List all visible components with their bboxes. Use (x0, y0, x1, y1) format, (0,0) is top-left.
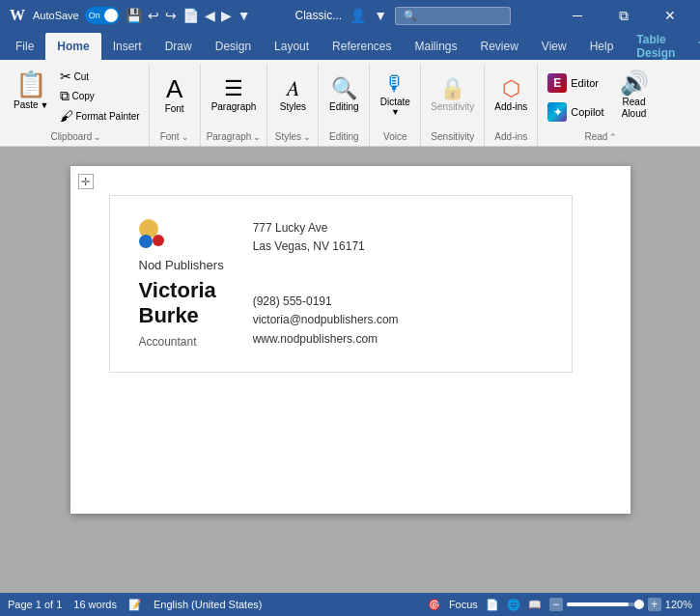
ribbon-group-read: E Editor ✦ Copilot 🔊 ReadAloud Read ⌃ (538, 64, 663, 146)
tab-table-design[interactable]: Table Design (625, 33, 686, 60)
tab-references[interactable]: References (321, 33, 403, 60)
read-aloud-label: ReadAloud (622, 97, 647, 120)
ribbon-tabs: File Home Insert Draw Design Layout Refe… (0, 31, 700, 60)
website: www.nodpublishers.com (253, 330, 399, 349)
minimize-button[interactable]: ─ (555, 0, 600, 31)
styles-expand-icon[interactable]: ⌄ (303, 132, 311, 142)
editing-button[interactable]: 🔍 Editing (324, 68, 363, 122)
paragraph-icon: ☰ (224, 78, 243, 99)
paste-button[interactable]: 📋 Paste ▼ (10, 68, 53, 112)
clipboard-label: Clipboard ⌄ (50, 131, 101, 146)
back-icon[interactable]: ◀ (205, 8, 215, 23)
tab-layout[interactable]: Layout (263, 33, 321, 60)
ribbon-group-font: A Font Font ⌄ (150, 64, 201, 146)
copy-icon: ⧉ (60, 88, 70, 104)
undo-icon[interactable]: ↩ (148, 8, 159, 23)
font-group-label: Font ⌄ (160, 131, 189, 146)
title-bar: W AutoSave On 💾 ↩ ↪ 📄 ◀ ▶ ▼ Classic... 👤… (0, 0, 700, 31)
font-expand-icon[interactable]: ⌄ (182, 132, 189, 142)
address-line2: Las Vegas, NV 16171 (253, 238, 399, 256)
zoom-plus-button[interactable]: + (648, 598, 661, 611)
read-aloud-button[interactable]: 🔊 ReadAloud (610, 68, 658, 122)
font-label: Font (165, 103, 184, 114)
read-aloud-icon: 🔊 (620, 70, 649, 97)
more-icon[interactable]: ▼ (238, 8, 251, 23)
addins-button[interactable]: ⬡ Add-ins (490, 68, 531, 122)
ribbon-group-sensitivity: 🔒 Sensitivity Sensitivity (421, 64, 485, 146)
sensitivity-group-label: Sensitivity (431, 131, 474, 146)
tab-file[interactable]: File (4, 33, 45, 60)
read-group-label: Read ⌃ (584, 131, 617, 146)
logo-red (153, 235, 164, 246)
addins-icon: ⬡ (502, 78, 520, 99)
tab-review[interactable]: Review (469, 33, 530, 60)
focus-label: Focus (449, 599, 478, 610)
view-print-icon[interactable]: 📄 (486, 599, 499, 611)
doc-title: Classic... (295, 9, 343, 22)
copilot-icon: ✦ (547, 102, 567, 122)
close-button[interactable]: ✕ (648, 0, 692, 31)
styles-group-label: Styles ⌄ (275, 131, 311, 146)
font-button[interactable]: A Font (155, 68, 194, 122)
paragraph-button[interactable]: ☰ Paragraph (208, 68, 261, 122)
focus-icon[interactable]: 🎯 (428, 599, 441, 611)
zoom-track[interactable] (567, 602, 644, 606)
dictate-button[interactable]: 🎙 Dictate ▼ (376, 68, 414, 122)
person-title: Accountant (139, 335, 224, 349)
voice-items: 🎙 Dictate ▼ (376, 64, 414, 131)
paragraph-expand-icon[interactable]: ⌄ (253, 132, 261, 142)
tab-ta[interactable]: Ta (686, 33, 700, 60)
autosave-toggle[interactable]: On (85, 7, 120, 24)
read-collapse-icon[interactable]: ⌃ (609, 132, 617, 142)
voice-group-label: Voice (383, 131, 406, 146)
ribbon-group-voice: 🎙 Dictate ▼ Voice (370, 64, 421, 146)
copy-button[interactable]: ⧉ Copy (57, 87, 143, 105)
editor-button[interactable]: E Editor (544, 71, 607, 95)
tab-draw[interactable]: Draw (154, 33, 204, 60)
zoom-fill (567, 602, 629, 606)
logo-shape (139, 219, 170, 248)
addins-items: ⬡ Add-ins (490, 64, 531, 131)
tab-help[interactable]: Help (578, 33, 626, 60)
email: victoria@nodpublishers.com (253, 311, 399, 329)
copilot-button[interactable]: ✦ Copilot (544, 100, 607, 124)
save-icon[interactable]: 💾 (126, 8, 142, 23)
profile-icon[interactable]: 👤 (350, 8, 366, 23)
paragraph-items: ☰ Paragraph (208, 64, 261, 131)
title-bar-icons: 💾 ↩ ↪ 📄 ◀ ▶ ▼ (126, 8, 251, 23)
profile-dropdown-icon[interactable]: ▼ (374, 8, 387, 23)
toggle-knob (104, 9, 118, 22)
zoom-thumb[interactable] (634, 600, 644, 609)
zoom-bar: − + 120% (549, 598, 692, 611)
tab-design[interactable]: Design (204, 33, 263, 60)
ribbon-group-styles: 𝐴 Styles Styles ⌄ (267, 64, 319, 146)
redo-icon[interactable]: ↪ (165, 8, 177, 23)
paste-label: Paste (14, 99, 39, 110)
addins-group-label: Add-ins (494, 131, 527, 146)
tab-view[interactable]: View (530, 33, 578, 60)
tab-insert[interactable]: Insert (101, 33, 154, 60)
read-items: E Editor ✦ Copilot 🔊 ReadAloud (544, 64, 658, 131)
view-read-icon[interactable]: 📖 (528, 599, 542, 611)
table-move-handle[interactable]: ✛ (78, 174, 94, 189)
format-painter-button[interactable]: 🖌 Format Painter (57, 107, 143, 125)
dictate-dropdown: ▼ (391, 107, 400, 117)
cut-button[interactable]: ✂ Cut (57, 68, 143, 85)
view-web-icon[interactable]: 🌐 (507, 599, 520, 611)
word-count: 16 words (73, 599, 117, 610)
tab-mailings[interactable]: Mailings (403, 33, 468, 60)
new-doc-icon[interactable]: 📄 (182, 8, 199, 23)
search-box[interactable]: 🔍 (395, 7, 511, 25)
editor-icon: E (547, 73, 567, 93)
clipboard-expand-icon[interactable]: ⌄ (94, 132, 101, 142)
restore-button[interactable]: ⧉ (602, 0, 646, 31)
forward-icon[interactable]: ▶ (221, 8, 232, 23)
tab-home[interactable]: Home (45, 33, 100, 60)
proofread-icon[interactable]: 📝 (128, 599, 142, 611)
styles-button[interactable]: 𝐴 Styles (273, 68, 312, 122)
address-line1: 777 Lucky Ave (253, 219, 399, 238)
ribbon-group-clipboard: 📋 Paste ▼ ✂ Cut ⧉ Copy 🖌 (4, 64, 150, 146)
page-info: Page 1 of 1 (8, 599, 62, 610)
zoom-minus-button[interactable]: − (549, 598, 563, 611)
logo-blue (139, 235, 153, 248)
